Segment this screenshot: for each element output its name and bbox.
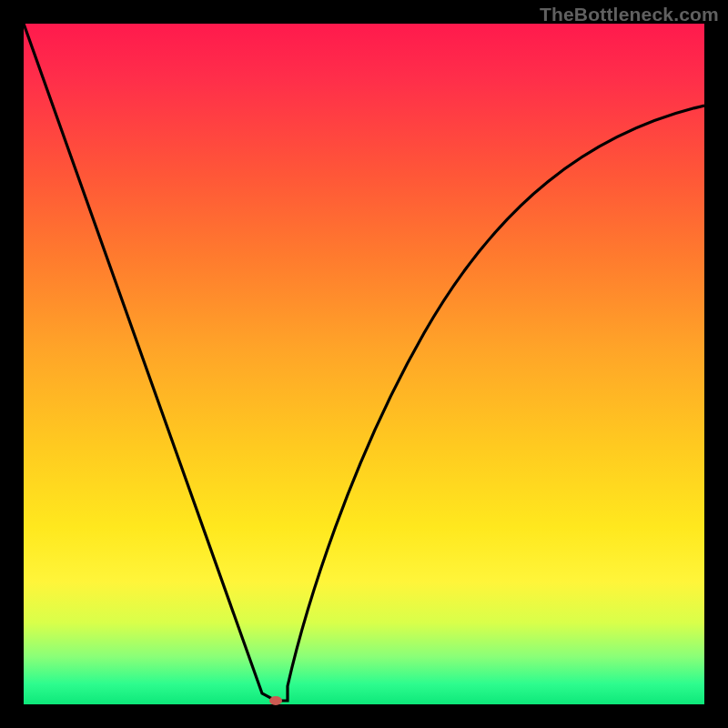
chart-plot-area xyxy=(24,24,704,704)
curve-path xyxy=(24,24,704,701)
optimum-marker xyxy=(269,696,282,705)
bottleneck-curve xyxy=(24,24,704,704)
chart-frame: TheBottleneck.com xyxy=(0,0,728,728)
watermark-text: TheBottleneck.com xyxy=(540,4,719,25)
